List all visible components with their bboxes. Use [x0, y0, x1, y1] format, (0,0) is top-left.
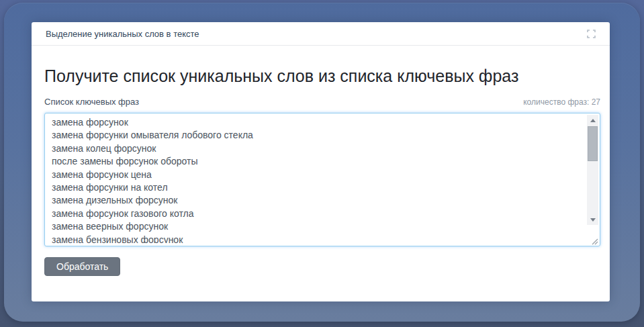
phrases-label-row: Список ключевых фраз количество фраз: 27 — [44, 97, 600, 107]
scrollbar-thumb[interactable] — [588, 126, 598, 161]
process-button[interactable]: Обработать — [44, 257, 120, 276]
panel-header: Выделение уникальных слов в тексте — [32, 22, 610, 46]
scroll-up-arrow-icon[interactable] — [587, 115, 598, 126]
page-background: Выделение уникальных слов в тексте Получ… — [4, 3, 640, 322]
vertical-scrollbar[interactable] — [587, 115, 598, 225]
resize-grip-icon[interactable] — [590, 236, 598, 244]
page-title: Получите список уникальных слов из списк… — [44, 66, 600, 86]
phrases-textarea-content: замена форсунок замена форсунки омывател… — [52, 116, 582, 243]
scroll-down-arrow-icon[interactable] — [587, 214, 598, 225]
panel-body: Получите список уникальных слов из списк… — [32, 66, 610, 276]
tool-panel: Выделение уникальных слов в тексте Получ… — [32, 22, 610, 301]
phrases-count-label: количество фраз: 27 — [523, 97, 600, 107]
panel-header-title: Выделение уникальных слов в тексте — [46, 29, 199, 39]
phrases-label: Список ключевых фраз — [44, 97, 139, 107]
fullscreen-expand-icon[interactable] — [586, 29, 596, 38]
phrases-textarea[interactable]: замена форсунок замена форсунки омывател… — [44, 113, 600, 246]
